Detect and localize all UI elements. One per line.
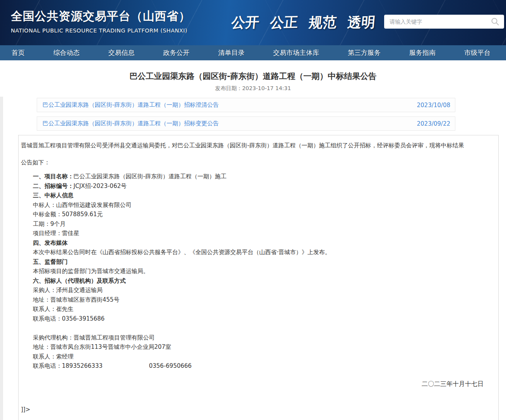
- page-title: 巴公工业园渠东路（园区街-薛东街）道路工程（一期）中标结果公告: [0, 71, 506, 82]
- line-purchaser-phone: 联系电话：0356-3915686: [21, 314, 495, 324]
- body-lines: 一、项目名称：巴公工业园渠东路（园区街-薛东街）道路工程（一期）施工 二、招标编…: [21, 172, 495, 371]
- line-supervisor-heading: 五、监督部门: [21, 257, 495, 267]
- line-agency: 采购代理机构：晋城晋旭工程项目管理有限公司: [21, 333, 495, 343]
- main-nav: 首页 综合动态 交易信息 政务公开 清单目录 交易市场主体库 第三方服务 服务指…: [0, 45, 506, 60]
- cdata-marker: ]]>: [21, 406, 495, 413]
- line-blank: [21, 323, 495, 333]
- line-purchaser: 采购人：泽州县交通运输局: [21, 285, 495, 295]
- line-supervisor-text: 本招标项目的监督部门为晋城市交通运输局。: [21, 266, 495, 276]
- line-agency-phone: 联系电话：189352663330356-6950666: [21, 361, 495, 371]
- related-link-clarification[interactable]: 巴公工业园渠东路（园区街-薛东街）道路工程（一期）招标澄清公告: [43, 101, 219, 109]
- site-subtitle: NATIONAL PUBLIC RESOURCE TRADING PLATFOR…: [11, 27, 191, 34]
- publish-date: 发布日期：2023-10-17 14:31: [0, 85, 506, 92]
- line-agency-address: 地址：晋城市凤台东街113号晋城市中小企业局207室: [21, 342, 495, 352]
- related-link-change[interactable]: 巴公工业园渠东路（园区街-薛东街）道路工程（一期）招标变更公告: [43, 120, 219, 127]
- line-project-manager: 项目经理：雷佳星: [21, 229, 495, 238]
- signature-date: 二〇二三年十月十七日: [21, 380, 495, 388]
- line-purchaser-address: 地址：晋城市城区新市西街455号: [21, 295, 495, 305]
- related-date: 2023/09/22: [417, 120, 450, 127]
- site-logo: 全国公共资源交易平台（山西省） NATIONAL PUBLIC RESOURCE…: [11, 9, 191, 34]
- search-icon: [491, 17, 499, 26]
- nav-item-city-platform[interactable]: 市级平台: [464, 48, 491, 57]
- slogan-word-fair: 公正: [269, 13, 299, 32]
- search-input[interactable]: [390, 19, 490, 25]
- line-duration: 工期：9个月: [21, 219, 495, 229]
- nav-item-market-entity-db[interactable]: 交易市场主体库: [273, 48, 319, 57]
- line-purchaser-contact: 联系人：崔先生: [21, 304, 495, 314]
- intro-line: 晋城晋旭工程项目管理有限公司受泽州县交通运输局委托，对巴公工业园渠东路（园区街-…: [21, 142, 495, 149]
- page-left-edge: [0, 97, 3, 420]
- nav-item-service-guide[interactable]: 服务指南: [409, 48, 436, 57]
- intro-line: 公告如下：: [21, 159, 495, 166]
- page: 全国公共资源交易平台（山西省） NATIONAL PUBLIC RESOURCE…: [0, 0, 506, 420]
- line-media-heading: 四、发布媒体: [21, 238, 495, 248]
- nav-item-home[interactable]: 首页: [12, 48, 25, 57]
- line-agency-contact: 联系人：索经理: [21, 352, 495, 362]
- site-header: 全国公共资源交易平台（山西省） NATIONAL PUBLIC RESOURCE…: [0, 0, 506, 45]
- related-row: 巴公工业园渠东路（园区街-薛东街）道路工程（一期）招标澄清公告 2023/10/…: [37, 98, 455, 112]
- line-winning-amount: 中标金额：5078859.61元: [21, 210, 495, 219]
- line-winner-heading: 三、中标人信息: [21, 191, 495, 200]
- nav-item-third-party[interactable]: 第三方服务: [348, 48, 381, 57]
- line-contact-heading: 六、招标人（代理机构）及联系方式: [21, 276, 495, 286]
- nav-item-gov-disclosure[interactable]: 政务公开: [163, 48, 190, 57]
- line-media-text: 本次中标结果公告同时在《山西省招标投标公共服务平台》、《全国公共资源交易平台（山…: [21, 248, 495, 257]
- slogan-word-open: 公开: [231, 13, 260, 32]
- nav-item-list-catalog[interactable]: 清单目录: [218, 48, 244, 57]
- related-announcements: 巴公工业园渠东路（园区街-薛东街）道路工程（一期）招标澄清公告 2023/10/…: [37, 98, 455, 131]
- related-date: 2023/10/08: [417, 102, 450, 109]
- related-row: 巴公工业园渠东路（园区街-薛东街）道路工程（一期）招标变更公告 2023/09/…: [37, 116, 455, 131]
- search-button[interactable]: [490, 17, 500, 27]
- line-winner-name: 中标人：山西华恒远建设发展有限公司: [21, 200, 495, 210]
- line-tender-number: 二、招标编号：JCJX招-2023-062号: [21, 181, 495, 191]
- slogan-word-transparent: 透明: [347, 13, 376, 32]
- announcement-body: 晋城晋旭工程项目管理有限公司受泽州县交通运输局委托，对巴公工业园渠东路（园区街-…: [18, 135, 499, 420]
- nav-item-trade-info[interactable]: 交易信息: [108, 48, 135, 57]
- site-title: 全国公共资源交易平台（山西省）: [11, 9, 191, 24]
- nav-item-news[interactable]: 综合动态: [53, 48, 80, 57]
- slogan-word-standard: 规范: [308, 13, 337, 32]
- line-project-name: 一、项目名称：巴公工业园渠东路（园区街-薛东街）道路工程（一期）施工: [21, 172, 495, 181]
- slogan: 公开 公正 规范 透明: [231, 13, 375, 32]
- search-box: [384, 15, 504, 29]
